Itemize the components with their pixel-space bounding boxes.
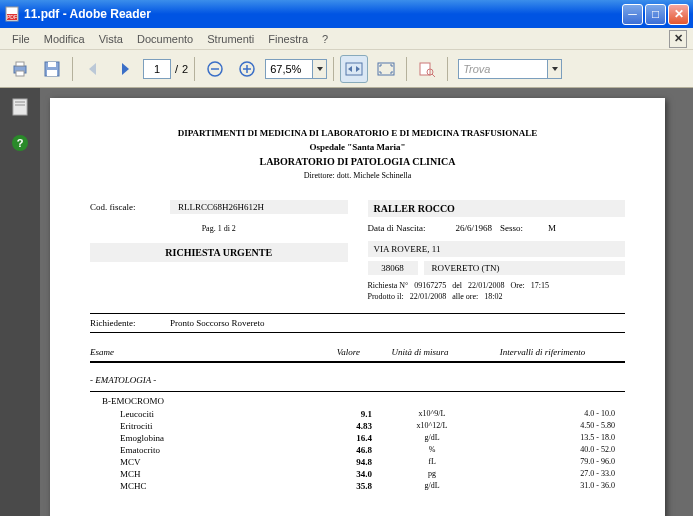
row-range: 13.5 - 18.0 — [492, 433, 625, 443]
data-rows: Leucociti9.1x10^9/L4.0 - 10.0Eritrociti4… — [90, 408, 625, 492]
zoom-out-button[interactable] — [201, 55, 229, 83]
find-box — [458, 59, 562, 79]
maximize-button[interactable]: □ — [645, 4, 666, 25]
dept-line: DIPARTIMENTI DI MEDICINA DI LABORATORIO … — [90, 128, 625, 138]
patient-name: RALLER ROCCO — [368, 200, 626, 217]
row-value: 35.8 — [302, 481, 372, 491]
row-name: Ematocrito — [120, 445, 302, 455]
prod-label: Prodotto il: — [368, 292, 404, 301]
zoom-dropdown[interactable] — [313, 59, 327, 79]
menubar: File Modifica Vista Documento Strumenti … — [0, 28, 693, 50]
svg-text:PDF: PDF — [7, 14, 17, 20]
requester-row: Richiedente: Pronto Soccorso Rovereto — [90, 313, 625, 333]
svg-rect-21 — [15, 104, 25, 106]
zoom-input[interactable] — [265, 59, 313, 79]
workspace: ? DIPARTIMENTI DI MEDICINA DI LABORATORI… — [0, 88, 693, 516]
row-name: Eritrociti — [120, 421, 302, 431]
data-row: Emoglobina16.4g/dL13.5 - 18.0 — [90, 432, 625, 444]
data-row: Eritrociti4.83x10^12/L4.50 - 5.80 — [90, 420, 625, 432]
data-row: MCV94.8fL79.0 - 96.0 — [90, 456, 625, 468]
fit-page-button[interactable] — [372, 55, 400, 83]
row-range: 79.0 - 96.0 — [492, 457, 625, 467]
del: 22/01/2008 — [468, 281, 504, 290]
find-input[interactable] — [458, 59, 548, 79]
svg-rect-7 — [48, 62, 56, 67]
dob-value: 26/6/1968 — [448, 221, 501, 235]
row-name: Emoglobina — [120, 433, 302, 443]
menu-help[interactable]: ? — [316, 31, 334, 47]
del-label: del — [452, 281, 462, 290]
address: VIA ROVERE, 11 — [368, 241, 626, 257]
info-block: Cod. fiscale: RLLRCC68H26H612H Pag. 1 di… — [90, 200, 625, 303]
director-line: Direttore: dott. Michele Schinella — [90, 171, 625, 180]
dob-label: Data di Nascita: — [368, 223, 448, 233]
prev-page-button[interactable] — [79, 55, 107, 83]
row-value: 46.8 — [302, 445, 372, 455]
row-range: 31.0 - 36.0 — [492, 481, 625, 491]
menu-modifica[interactable]: Modifica — [38, 31, 91, 47]
save-button[interactable] — [38, 55, 66, 83]
menu-finestra[interactable]: Finestra — [262, 31, 314, 47]
toolbar: / 2 — [0, 50, 693, 88]
row-range: 4.0 - 10.0 — [492, 409, 625, 419]
menu-file[interactable]: File — [6, 31, 36, 47]
menu-strumenti[interactable]: Strumenti — [201, 31, 260, 47]
row-value: 9.1 — [302, 409, 372, 419]
next-page-button[interactable] — [111, 55, 139, 83]
info-left: Cod. fiscale: RLLRCC68H26H612H Pag. 1 di… — [90, 200, 348, 303]
row-unit: g/dL — [372, 481, 492, 491]
lab-line: LABORATORIO DI PATOLOGIA CLINICA — [90, 156, 625, 167]
data-row: Leucociti9.1x10^9/L4.0 - 10.0 — [90, 408, 625, 420]
info-right: RALLER ROCCO Data di Nascita: 26/6/1968 … — [368, 200, 626, 303]
section-ematologia: - EMATOLOGIA - — [90, 375, 625, 385]
cod-fiscale-value: RLLRCC68H26H612H — [170, 200, 348, 214]
print-button[interactable] — [6, 55, 34, 83]
prod: 22/01/2008 — [410, 292, 446, 301]
titlebar: PDF 11.pdf - Adobe Reader ─ □ ✕ — [0, 0, 693, 28]
reqn: 09167275 — [414, 281, 446, 290]
pages-panel-icon[interactable] — [9, 96, 31, 118]
minimize-button[interactable]: ─ — [622, 4, 643, 25]
row-name: Leucociti — [120, 409, 302, 419]
row-name: MCH — [120, 469, 302, 479]
row-name: MCHC — [120, 481, 302, 491]
cod-fiscale-label: Cod. fiscale: — [90, 202, 170, 212]
menu-vista[interactable]: Vista — [93, 31, 129, 47]
help-panel-icon[interactable]: ? — [9, 132, 31, 154]
row-value: 94.8 — [302, 457, 372, 467]
row-value: 4.83 — [302, 421, 372, 431]
find-dropdown[interactable] — [548, 59, 562, 79]
row-unit: g/dL — [372, 433, 492, 443]
sex-label: Sesso: — [500, 223, 540, 233]
zoom-in-button[interactable] — [233, 55, 261, 83]
separator — [333, 57, 334, 81]
svg-rect-20 — [15, 101, 25, 103]
row-value: 16.4 — [302, 433, 372, 443]
col-esame: Esame — [90, 347, 290, 357]
page-input[interactable] — [143, 59, 171, 79]
pdf-icon: PDF — [4, 6, 20, 22]
document-area[interactable]: DIPARTIMENTI DI MEDICINA DI LABORATORIO … — [40, 88, 693, 516]
data-row: MCH34.0pg27.0 - 33.0 — [90, 468, 625, 480]
window-title: 11.pdf - Adobe Reader — [24, 7, 620, 21]
row-range: 40.0 - 52.0 — [492, 445, 625, 455]
row-unit: x10^12/L — [372, 421, 492, 431]
reqn-label: Richiesta N° — [368, 281, 409, 290]
sex-value: M — [540, 221, 564, 235]
separator — [194, 57, 195, 81]
fit-width-button[interactable] — [340, 55, 368, 83]
column-headers: Esame Valore Unità di misura Intervalli … — [90, 343, 625, 363]
row-unit: pg — [372, 469, 492, 479]
close-button[interactable]: ✕ — [668, 4, 689, 25]
menu-documento[interactable]: Documento — [131, 31, 199, 47]
ore-label: Ore: — [510, 281, 524, 290]
requester-label: Richiedente: — [90, 318, 170, 328]
find-tool-button[interactable] — [413, 55, 441, 83]
svg-line-18 — [432, 74, 435, 77]
menubar-close-icon[interactable]: ✕ — [669, 30, 687, 48]
ore: 17:15 — [531, 281, 549, 290]
page-box: / 2 — [143, 59, 188, 79]
alle-label: alle ore: — [452, 292, 478, 301]
sidebar: ? — [0, 88, 40, 516]
city: ROVERETO (TN) — [424, 261, 626, 275]
